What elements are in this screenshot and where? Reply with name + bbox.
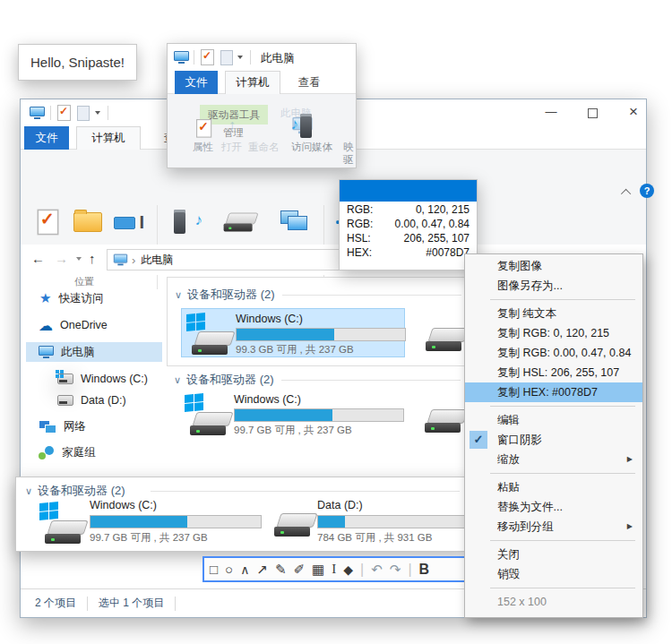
qat-divider-2 [250,50,251,64]
item-count: 2 个项目 [35,596,76,611]
menu-item-paste[interactable]: 粘贴 [465,477,642,497]
hello-text: Hello, Snipaste! [30,55,125,70]
new-folder-qat-icon [220,50,233,69]
sidebar-item-quick-access[interactable]: ★ 快速访问 [21,288,168,308]
bottom-snip-window[interactable]: ∨设备和驱动器 (2) Windows (C:) 99.7 GB 可用 , 共 … [15,477,470,552]
snip-window-title: 此电脑 [261,51,295,66]
text-tool-icon[interactable]: I [332,562,336,577]
qat-divider [50,106,51,120]
breadcrumb-this-pc[interactable]: 此电脑 [141,253,173,268]
ghost-properties-label: 属性 [193,141,213,154]
sidebar-item-homegroup[interactable]: 家庭组 [21,442,168,462]
sidebar-item-network[interactable]: 网络 [21,416,168,436]
back-icon[interactable]: ← [31,251,45,266]
clipped-tool-icon[interactable]: B [419,562,430,578]
menu-item-move-to-group[interactable]: 移动到分组▶ [465,517,642,537]
snip-tab-row: 文件 计算机 查看 [168,71,356,94]
sidebar-item-this-pc[interactable]: 此电脑 [26,342,162,362]
sidebar-item-data-d[interactable]: Data (D:) [21,391,168,410]
drive-tile-windows-c[interactable]: Windows (C:) 99.3 GB 可用 , 共 237 GB [181,308,405,357]
add-network-location-icon [279,210,309,234]
drive-tile-data-d[interactable]: Data (D:) 784 GB 可用 , 共 931 GB [271,497,469,549]
menu-item-copy-rgb[interactable]: 复制 RGB: 0, 120, 215 [465,323,642,343]
submenu-arrow-icon: ▶ [627,517,633,537]
snipaste-toolbar: □ ○ ∧ ↗ ✎ ✐ ▦ I ◆ | ↶ ↷ | B [202,556,466,582]
close-button[interactable]: × [619,99,648,126]
minimize-button[interactable]: — [537,99,565,126]
breadcrumb-pc-icon [114,254,127,266]
color-rows: RGB:0, 120, 215 RGB:0.00, 0.47, 0.84 HSL… [340,202,477,269]
network-icon [39,420,56,434]
properties-icon [37,210,58,236]
collapse-chevron-icon: ∨ [25,485,32,496]
maximize-button[interactable] [578,99,607,126]
onedrive-cloud-icon: ☁ [39,317,53,334]
tab-file[interactable]: 文件 [24,126,69,150]
drive-name: Windows (C:) [90,499,157,511]
color-swatch [340,180,477,202]
this-pc-icon [174,51,189,67]
ellipse-tool-icon[interactable]: ○ [225,562,233,577]
color-picker-panel: RGB:0, 120, 215 RGB:0.00, 0.47, 0.84 HSL… [339,179,478,270]
drive-name: Data (D:) [317,499,363,511]
properties-qat-icon[interactable] [57,105,71,125]
help-icon[interactable]: ? [640,184,654,198]
section-rule [151,491,460,492]
menu-item-edit[interactable]: 编辑 [465,410,642,430]
rename-icon: I [114,211,146,233]
devices-section-b: ∨设备和驱动器 (2) Windows (C:) 99.7 GB 可用 , 共 … [167,366,486,465]
menu-item-copy-image[interactable]: 复制图像 [465,256,642,276]
devices-section-a: ∨设备和驱动器 (2) Windows (C:) 99.3 GB 可用 , 共 … [167,277,486,366]
hello-snip[interactable]: Hello, Snipaste! [18,44,137,81]
forward-icon[interactable]: → [55,251,68,266]
menu-item-replace-with-file[interactable]: 替换为文件... [465,497,642,517]
menu-item-copy-plain-text[interactable]: 复制 纯文本 [465,304,642,323]
toolbar-divider-2: | [408,562,411,578]
arrow-tool-icon[interactable]: ↗ [256,562,268,578]
windows-c-drive-icon [57,374,73,384]
access-media-icon: ♪ [172,210,202,235]
redo-icon[interactable]: ↷ [390,562,401,578]
section-header[interactable]: ∨设备和驱动器 (2) [174,372,274,388]
polyline-tool-icon[interactable]: ∧ [240,562,249,577]
sidebar-item-onedrive[interactable]: ☁ OneDrive [21,315,168,335]
section-header[interactable]: ∨设备和驱动器 (2) [175,287,275,303]
menu-item-copy-hsl[interactable]: 复制 HSL: 206, 255, 107 [465,363,642,382]
color-row-hsl: HSL:206, 255, 107 [340,231,477,245]
eraser-tool-icon[interactable]: ◆ [343,562,353,577]
menu-item-zoom[interactable]: 缩放▶ [465,450,642,469]
mosaic-tool-icon[interactable]: ▦ [312,562,324,578]
menu-item-copy-rgb-float[interactable]: 复制 RGB: 0.00, 0.47, 0.84 [465,343,642,363]
drive-name: Windows (C:) [234,393,301,406]
marker-tool-icon[interactable]: ✐ [294,562,306,578]
quick-access-star-icon: ★ [39,290,51,306]
qat-dropdown-icon[interactable] [95,111,100,115]
sidebar-item-windows-c[interactable]: Windows (C:) [21,369,168,389]
checkmark-icon: ✓ [470,431,487,449]
pencil-tool-icon[interactable]: ✎ [275,562,287,578]
drive-usage-bar [317,515,469,528]
menu-item-destroy[interactable]: 销毁 [465,564,642,584]
menu-item-close[interactable]: 关闭 [465,545,642,564]
up-icon[interactable]: ↑ [89,251,96,266]
clipped-drive-label: 驱 [343,153,354,167]
open-folder-icon [73,212,102,232]
menu-item-window-shadow[interactable]: ✓窗口阴影 [465,430,642,450]
rectangle-tool-icon[interactable]: □ [210,562,218,577]
windows-drive-icon [185,394,231,435]
undo-icon[interactable]: ↶ [371,562,383,578]
menu-item-save-image-as[interactable]: 图像另存为... [465,276,642,296]
windows-drive-icon [39,502,86,544]
tab-computer[interactable]: 计算机 [76,126,141,150]
new-folder-qat-icon[interactable] [77,106,90,125]
tab-computer: 计算机 [225,71,280,94]
drive-tile-windows-c[interactable]: Windows (C:) 99.7 GB 可用 , 共 237 GB [34,497,267,549]
drive-tile-windows-c[interactable]: Windows (C:) 99.7 GB 可用 , 共 237 GB [180,390,404,439]
history-dropdown-icon[interactable] [76,257,82,261]
ghost-rename-label: 重命名 [248,141,280,154]
color-row-rgb-float: RGB:0.00, 0.47, 0.84 [340,217,477,231]
data-d-drive-icon [57,395,73,406]
menu-item-copy-hex[interactable]: 复制 HEX: #0078D7 [465,382,642,402]
top-snip-window[interactable]: 此电脑 文件 计算机 查看 驱动器工具 管理 此电脑 ↑ 属性 打开 重命名 ♪… [167,43,357,168]
collapse-ribbon-icon[interactable] [621,189,631,199]
